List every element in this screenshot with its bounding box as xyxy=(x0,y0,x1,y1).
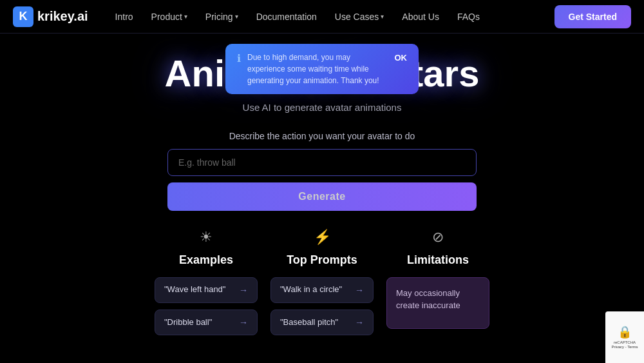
logo-icon: K xyxy=(13,6,33,27)
nav-about-us[interactable]: About Us xyxy=(394,8,447,26)
arrow-icon: → xyxy=(239,317,248,328)
avatar-action-input[interactable] xyxy=(167,149,477,176)
input-area: Generate xyxy=(167,149,477,211)
prompt-item-1[interactable]: "Walk in a circle" → xyxy=(270,277,374,303)
arrow-icon: → xyxy=(239,284,248,296)
example-item-1[interactable]: "Wave left hand" → xyxy=(155,277,258,303)
lightning-icon: ⚡ xyxy=(314,229,331,246)
examples-label: Examples xyxy=(179,253,233,267)
nav-documentation[interactable]: Documentation xyxy=(249,8,325,26)
nav-product[interactable]: Product ▾ xyxy=(144,8,195,26)
nav-pricing[interactable]: Pricing ▾ xyxy=(198,8,246,26)
chevron-down-icon: ▾ xyxy=(381,13,384,20)
limitations-text: May occasionally create inaccurate xyxy=(386,277,489,329)
navbar: K krikey.ai Intro Product ▾ Pricing ▾ Do… xyxy=(0,0,644,34)
chevron-down-icon: ▾ xyxy=(235,13,238,20)
cards-section: ☀ Examples "Wave left hand" → "Dribble b… xyxy=(0,229,644,335)
nav-intro[interactable]: Intro xyxy=(108,8,141,26)
limitations-label: Limitations xyxy=(407,253,469,267)
action-label: Describe the action you want your avatar… xyxy=(229,131,415,141)
prompt-item-2[interactable]: "Baseball pitch" → xyxy=(270,309,374,335)
nav-links: Intro Product ▾ Pricing ▾ Documentation … xyxy=(108,8,488,26)
limitations-column: ⊘ Limitations May occasionally create in… xyxy=(386,229,489,335)
sun-icon: ☀ xyxy=(200,229,213,246)
chevron-down-icon: ▾ xyxy=(184,13,187,20)
info-icon: ℹ xyxy=(237,52,241,64)
arrow-icon: → xyxy=(355,317,364,328)
get-started-button[interactable]: Get Started xyxy=(554,5,631,28)
top-prompts-column: ⚡ Top Prompts "Walk in a circle" → "Base… xyxy=(270,229,374,335)
logo-text: krikey.ai xyxy=(37,9,88,24)
notification-text: Due to high demand, you may experience s… xyxy=(247,52,388,86)
limitations-icon: ⊘ xyxy=(432,229,444,246)
logo[interactable]: K krikey.ai xyxy=(13,6,88,27)
recaptcha-logo: 🔒 xyxy=(618,325,632,339)
recaptcha-text: reCAPTCHAPrivacy - Terms xyxy=(611,340,638,349)
arrow-icon: → xyxy=(355,284,364,296)
nav-use-cases[interactable]: Use Cases ▾ xyxy=(327,8,392,26)
notification-ok-button[interactable]: OK xyxy=(395,53,408,63)
hero-subtitle: Use AI to generate avatar animations xyxy=(243,102,402,113)
nav-faqs[interactable]: FAQs xyxy=(450,8,488,26)
top-prompts-label: Top Prompts xyxy=(287,253,357,267)
example-item-2[interactable]: "Dribble ball" → xyxy=(155,309,258,335)
generate-button[interactable]: Generate xyxy=(167,182,477,211)
examples-column: ☀ Examples "Wave left hand" → "Dribble b… xyxy=(155,229,258,335)
recaptcha-badge: 🔒 reCAPTCHAPrivacy - Terms xyxy=(605,311,644,363)
notification-banner: ℹ Due to high demand, you may experience… xyxy=(225,44,419,94)
